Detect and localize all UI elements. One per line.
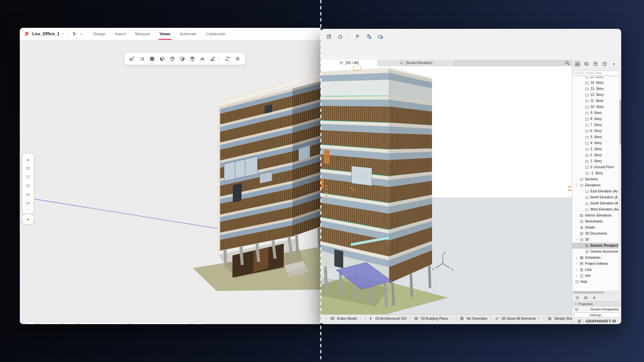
tree-scrollbar[interactable] xyxy=(619,77,621,291)
tree-item-3-story[interactable]: 3. Story xyxy=(572,146,619,152)
status-graphic-overrides[interactable]: No Overrides xyxy=(467,316,487,320)
tree-item-7-story[interactable]: 7. Story xyxy=(572,122,619,128)
story-item-18[interactable]: 18 xyxy=(26,164,30,173)
tree-item-info[interactable]: Info xyxy=(572,273,619,279)
tree-item-10-story[interactable]: 10. Story xyxy=(572,104,619,110)
tree-item-3d-documents[interactable]: 3D Documents xyxy=(572,231,619,237)
tree-item-east-elevation-au[interactable]: East Elevation (Au xyxy=(572,188,619,194)
layer-combination-icon[interactable] xyxy=(414,316,419,321)
tree-item-sections[interactable]: Sections xyxy=(572,176,619,182)
snaptrude-3d-viewport[interactable]: +1817161514 + xyxy=(20,40,321,324)
story-list-expand-icon[interactable] xyxy=(26,208,30,211)
style-3d-icon[interactable] xyxy=(547,316,552,321)
menu-item-automate[interactable]: Automate xyxy=(175,28,201,40)
project-chevron-down-icon[interactable] xyxy=(61,32,64,36)
tree-item-generic-axonomet[interactable]: Generic Axonomet xyxy=(572,249,619,255)
add-circle-button[interactable] xyxy=(575,296,580,300)
archicad-3d-viewport[interactable]: zxy xyxy=(321,66,572,314)
fit-view-button[interactable] xyxy=(326,34,332,40)
delete-x-button[interactable] xyxy=(592,296,596,300)
view-map-picture-button[interactable] xyxy=(583,61,590,67)
cube-solid-button[interactable] xyxy=(149,56,155,62)
tree-item-help[interactable]: Help xyxy=(572,279,619,285)
properties-header[interactable]: Properties xyxy=(572,301,621,306)
tree-item-5-story[interactable]: 5. Story xyxy=(572,134,619,140)
flag-favorites-button[interactable] xyxy=(366,34,372,40)
menu-item-import[interactable]: Import xyxy=(110,28,130,40)
chev-right-icon[interactable] xyxy=(409,317,412,320)
tree-chevron-icon[interactable] xyxy=(576,256,578,259)
story-item-16[interactable]: 16 xyxy=(26,181,30,190)
cube-left-button[interactable] xyxy=(159,56,165,62)
chev-right-icon[interactable] xyxy=(359,317,362,320)
status-quick-options[interactable]: Entire Model xyxy=(337,316,357,320)
search-input[interactable] xyxy=(574,71,620,76)
status-element-filter[interactable]: 00 Show All Elements xyxy=(502,316,536,320)
tree-item-details[interactable]: Details xyxy=(572,225,619,231)
status-scroll-chevron-icon[interactable] xyxy=(325,317,328,320)
tree-item-14-story[interactable]: 14. Story xyxy=(572,80,619,86)
3d-model-right[interactable]: zxy xyxy=(321,66,572,314)
tree-item-8-story[interactable]: 8. Story xyxy=(572,116,619,122)
cube-top-button[interactable] xyxy=(190,56,195,62)
element-filter-icon[interactable] xyxy=(495,316,499,321)
status-pen-set[interactable]: 03 Architectural 100 xyxy=(375,316,407,320)
tree-item-9-story[interactable]: 9. Story xyxy=(572,110,619,116)
window-stack-icon[interactable] xyxy=(577,319,582,323)
layout-book-button[interactable] xyxy=(592,61,599,67)
tree-item-schedules[interactable]: Schedules xyxy=(572,255,619,261)
status-layer-combination[interactable]: 03 Building Plans xyxy=(421,316,448,320)
hidden-line-dome-button[interactable] xyxy=(200,56,205,62)
tree-item-north-elevation-a[interactable]: North Elevation (A xyxy=(572,194,619,200)
tab--south-elevation-[interactable]: [South Elevation] xyxy=(378,60,454,66)
view-dialog-button[interactable] xyxy=(584,296,588,300)
tab--3d-all-[interactable]: [3D / All] xyxy=(321,60,378,66)
settings-gear-button[interactable] xyxy=(235,56,240,62)
project-name[interactable]: Lou_Office_1 xyxy=(32,32,60,36)
tree-chevron-icon[interactable] xyxy=(576,262,578,265)
story-item-15[interactable]: 15 xyxy=(26,190,30,199)
section-box-button[interactable] xyxy=(139,56,145,62)
tree-chevron-icon[interactable] xyxy=(576,275,578,277)
tree-chevron-icon[interactable] xyxy=(576,268,578,271)
tree-item-generic-perspect[interactable]: Generic Perspect xyxy=(572,243,619,249)
tree-item-2-story[interactable]: 2. Story xyxy=(572,152,619,158)
cube-corner-button[interactable] xyxy=(169,56,175,62)
sync-button[interactable] xyxy=(225,56,230,62)
3d-model-left[interactable] xyxy=(20,40,321,324)
chev-right-icon[interactable] xyxy=(450,317,453,320)
project-map-home-button[interactable] xyxy=(574,61,581,67)
tree-item-elevations[interactable]: Elevations xyxy=(572,182,619,188)
pen-set-icon[interactable] xyxy=(368,316,373,321)
teamwork-cloud-icon[interactable] xyxy=(565,60,570,65)
tree-item-11-story[interactable]: 11. Story xyxy=(572,98,619,104)
chev-right-icon[interactable] xyxy=(490,317,492,320)
tree-item-6-story[interactable]: 6. Story xyxy=(572,128,619,134)
cube-right-button[interactable] xyxy=(179,56,185,62)
tree-chevron-icon[interactable] xyxy=(576,184,578,187)
tree-item-0-ground-floor[interactable]: 0. Ground Floor xyxy=(572,164,619,170)
tree-item-project-indexes[interactable]: Project Indexes xyxy=(572,261,619,267)
settings-button[interactable]: Settings... xyxy=(574,312,620,317)
tree-item--1-story[interactable]: -1. Story xyxy=(572,170,619,176)
publisher-sets-button[interactable] xyxy=(601,61,608,67)
tree-item-12-story[interactable]: 12. Story xyxy=(572,92,619,98)
story-item-17[interactable]: 17 xyxy=(26,173,30,181)
sun-path-button[interactable] xyxy=(210,56,215,62)
cloud-sync-button[interactable] xyxy=(378,34,383,40)
flag-plain-button[interactable] xyxy=(355,34,361,40)
chev-right-icon[interactable] xyxy=(538,317,541,320)
menu-item-collaborate[interactable]: Collaborate xyxy=(201,28,230,40)
tree-item-15-story[interactable]: 15. Story xyxy=(572,77,619,80)
tree-item-lists[interactable]: Lists xyxy=(572,267,619,273)
add-scene-button[interactable] xyxy=(129,56,135,62)
tree-h-scrollbar[interactable] xyxy=(572,291,621,294)
menu-item-measure[interactable]: Measure xyxy=(130,28,155,40)
tree-item-worksheets[interactable]: Worksheets xyxy=(572,219,619,225)
menu-item-views[interactable]: Views xyxy=(155,28,175,40)
home-button[interactable] xyxy=(337,34,343,40)
tree-chevron-icon[interactable] xyxy=(576,238,578,241)
add-story-top-button[interactable]: + xyxy=(26,156,30,164)
story-item-14[interactable]: 14 xyxy=(26,199,30,207)
tree-item-3d[interactable]: 3D xyxy=(572,237,619,243)
